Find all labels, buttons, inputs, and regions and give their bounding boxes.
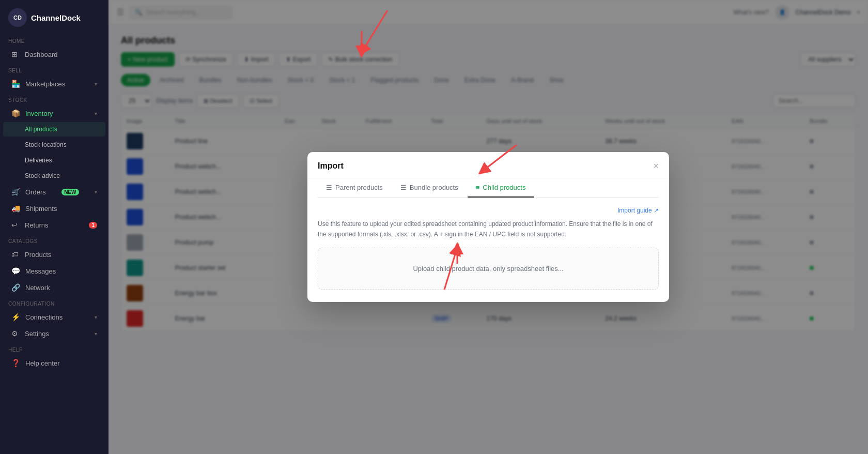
modal-tabs: ☰ Parent products ☰ Bundle products ≡ Ch…: [318, 178, 659, 198]
tab-parent-products[interactable]: ☰ Parent products: [318, 178, 391, 198]
sidebar-item-dashboard[interactable]: ⊞ Dashboard: [3, 47, 105, 62]
chevron-icon: ▾: [95, 81, 97, 87]
sidebar-item-label: Help center: [25, 359, 59, 367]
orders-icon: 🛒: [11, 188, 20, 196]
import-description: Use this feature to upload your edited s…: [318, 219, 659, 239]
chevron-icon: ▾: [95, 111, 97, 116]
help-icon: ❓: [11, 359, 20, 367]
modal-overlay[interactable]: Import × ☰ Parent products ☰ Bundle prod…: [109, 0, 868, 454]
sidebar-item-help-center[interactable]: ❓ Help center: [3, 355, 105, 371]
tab-label: Bundle products: [410, 184, 458, 191]
parent-tab-icon: ☰: [326, 184, 332, 191]
inventory-icon: 📦: [11, 109, 20, 117]
sidebar-item-stock-locations[interactable]: Stock locations: [3, 138, 105, 152]
main-content: ☰ 🔍 Search everything... What's new? 👤 C…: [109, 0, 868, 454]
products-icon: 🏷: [11, 250, 20, 259]
modal-title: Import: [318, 161, 344, 171]
child-tab-icon: ≡: [476, 184, 480, 191]
sidebar-item-connections[interactable]: ⚡ Connections ▾: [3, 309, 105, 325]
sidebar-item-shipments[interactable]: 🚚 Shipments: [3, 201, 105, 216]
returns-icon: ↩: [11, 221, 20, 229]
sidebar-item-label: Marketplaces: [25, 80, 65, 88]
import-guide-link[interactable]: Import guide ↗: [318, 207, 659, 214]
sidebar-item-marketplaces[interactable]: 🏪 Marketplaces ▾: [3, 76, 105, 92]
modal-close-button[interactable]: ×: [653, 161, 659, 171]
sidebar-item-label: Dashboard: [25, 51, 58, 58]
tab-label: Parent products: [335, 184, 383, 191]
sidebar-item-products[interactable]: 🏷 Products: [3, 247, 105, 262]
modal-body: ☰ Parent products ☰ Bundle products ≡ Ch…: [307, 178, 669, 301]
sidebar-item-label: Network: [25, 284, 50, 292]
sidebar-item-label: Settings: [25, 330, 49, 338]
connections-icon: ⚡: [11, 313, 20, 321]
sidebar-item-label: Inventory: [25, 110, 53, 117]
chevron-icon: ▾: [95, 331, 97, 337]
chevron-icon: ▾: [95, 314, 97, 320]
sidebar-section-catalogs: CATALOGS: [0, 233, 109, 246]
sidebar-item-label: Products: [25, 251, 51, 259]
logo-icon: CD: [8, 8, 27, 27]
tab-child-products[interactable]: ≡ Child products: [468, 178, 534, 198]
upload-zone[interactable]: Upload child product data, only spreadsh…: [318, 248, 659, 290]
sidebar-item-orders[interactable]: 🛒 Orders NEW ▾: [3, 184, 105, 200]
sidebar-item-inventory[interactable]: 📦 Inventory ▾: [3, 105, 105, 121]
sidebar-item-label: Deliveries: [25, 157, 52, 164]
bundle-tab-icon: ☰: [400, 184, 407, 191]
sidebar-item-stock-advice[interactable]: Stock advice: [3, 169, 105, 183]
sidebar-item-label: Messages: [25, 267, 56, 275]
shipments-icon: 🚚: [11, 204, 20, 213]
dashboard-icon: ⊞: [11, 50, 20, 58]
tab-label: Child products: [483, 184, 525, 191]
modal-header: Import ×: [307, 152, 669, 178]
sidebar-logo: CD ChannelDock: [0, 0, 109, 33]
orders-badge: NEW: [61, 189, 79, 195]
logo-text: ChannelDock: [31, 13, 81, 22]
sidebar-section-home: HOME: [0, 33, 109, 46]
sidebar-section-config: CONFIGURATION: [0, 296, 109, 309]
sidebar-section-sell: SELL: [0, 63, 109, 75]
settings-icon: ⚙: [11, 329, 20, 338]
sidebar-item-label: Orders: [25, 188, 46, 196]
chevron-icon: ▾: [95, 189, 97, 195]
sidebar-item-label: Shipments: [25, 205, 57, 213]
sidebar-item-deliveries[interactable]: Deliveries: [3, 153, 105, 168]
sidebar-section-help: HELP: [0, 342, 109, 355]
svg-line-1: [363, 10, 388, 51]
marketplaces-icon: 🏪: [11, 80, 20, 88]
sidebar-item-messages[interactable]: 💬 Messages: [3, 263, 105, 279]
sidebar: CD ChannelDock HOME ⊞ Dashboard SELL 🏪 M…: [0, 0, 109, 454]
upload-label: Upload child product data, only spreadsh…: [413, 265, 563, 273]
sidebar-item-label: Stock locations: [25, 141, 67, 148]
sidebar-section-stock: STOCK: [0, 92, 109, 105]
messages-icon: 💬: [11, 267, 20, 275]
tab-bundle-products[interactable]: ☰ Bundle products: [392, 178, 467, 198]
import-modal: Import × ☰ Parent products ☰ Bundle prod…: [307, 152, 669, 301]
sidebar-item-label: All products: [25, 126, 57, 133]
sidebar-item-settings[interactable]: ⚙ Settings ▾: [3, 326, 105, 341]
sidebar-item-label: Returns: [25, 221, 49, 229]
network-icon: 🔗: [11, 283, 20, 292]
sidebar-item-label: Connections: [25, 313, 63, 321]
modal-content-area: Import guide ↗ Use this feature to uploa…: [318, 198, 659, 289]
sidebar-item-network[interactable]: 🔗 Network: [3, 280, 105, 295]
returns-badge: 1: [89, 222, 97, 229]
sidebar-item-returns[interactable]: ↩ Returns 1: [3, 217, 105, 233]
sidebar-item-all-products[interactable]: All products: [3, 122, 105, 137]
sidebar-item-label: Stock advice: [25, 172, 60, 179]
